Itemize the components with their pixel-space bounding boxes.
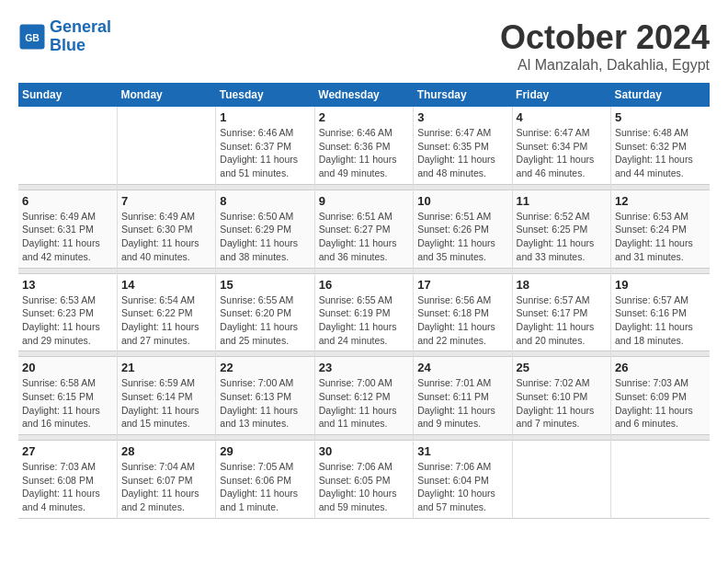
day-info: Sunrise: 7:06 AM Sunset: 6:04 PM Dayligh… <box>417 460 507 514</box>
day-number: 18 <box>517 278 607 292</box>
calendar-day-cell: 20Sunrise: 6:58 AM Sunset: 6:15 PM Dayli… <box>18 357 117 435</box>
svg-text:GB: GB <box>25 31 40 42</box>
calendar-day-cell: 11Sunrise: 6:52 AM Sunset: 6:25 PM Dayli… <box>512 190 610 268</box>
calendar-day-cell <box>117 107 215 184</box>
title-block: October 2024 Al Manzalah, Dakahlia, Egyp… <box>500 18 710 74</box>
calendar-day-cell: 15Sunrise: 6:55 AM Sunset: 6:20 PM Dayli… <box>216 273 314 351</box>
calendar-day-cell: 6Sunrise: 6:49 AM Sunset: 6:31 PM Daylig… <box>18 190 117 268</box>
day-number: 27 <box>22 444 113 458</box>
day-number: 5 <box>615 110 706 124</box>
calendar-day-cell: 1Sunrise: 6:46 AM Sunset: 6:37 PM Daylig… <box>216 107 314 184</box>
day-info: Sunrise: 6:53 AM Sunset: 6:23 PM Dayligh… <box>22 293 113 348</box>
calendar-week-row: 13Sunrise: 6:53 AM Sunset: 6:23 PM Dayli… <box>18 273 710 351</box>
calendar-day-cell: 29Sunrise: 7:05 AM Sunset: 6:06 PM Dayli… <box>216 441 314 519</box>
day-info: Sunrise: 7:04 AM Sunset: 6:07 PM Dayligh… <box>121 460 211 514</box>
calendar-day-cell: 7Sunrise: 6:49 AM Sunset: 6:30 PM Daylig… <box>117 190 215 268</box>
day-number: 17 <box>417 278 507 292</box>
day-info: Sunrise: 6:53 AM Sunset: 6:24 PM Dayligh… <box>615 210 706 264</box>
calendar-day-cell: 19Sunrise: 6:57 AM Sunset: 6:16 PM Dayli… <box>611 273 710 351</box>
day-info: Sunrise: 7:05 AM Sunset: 6:06 PM Dayligh… <box>220 460 310 514</box>
day-info: Sunrise: 6:51 AM Sunset: 6:26 PM Dayligh… <box>417 210 507 264</box>
day-info: Sunrise: 6:56 AM Sunset: 6:18 PM Dayligh… <box>417 293 507 348</box>
day-number: 22 <box>220 361 310 374</box>
calendar-table: SundayMondayTuesdayWednesdayThursdayFrid… <box>18 83 710 519</box>
day-number: 20 <box>22 361 113 374</box>
calendar-day-cell: 13Sunrise: 6:53 AM Sunset: 6:23 PM Dayli… <box>18 273 117 351</box>
day-number: 10 <box>417 194 507 208</box>
calendar-day-cell <box>18 107 117 184</box>
day-info: Sunrise: 6:46 AM Sunset: 6:37 PM Dayligh… <box>220 126 310 180</box>
day-info: Sunrise: 6:48 AM Sunset: 6:32 PM Dayligh… <box>615 126 706 180</box>
day-number: 14 <box>121 278 211 292</box>
day-info: Sunrise: 7:00 AM Sunset: 6:13 PM Dayligh… <box>220 376 310 431</box>
calendar-day-cell: 30Sunrise: 7:06 AM Sunset: 6:05 PM Dayli… <box>314 441 413 519</box>
calendar-day-cell: 22Sunrise: 7:00 AM Sunset: 6:13 PM Dayli… <box>216 357 314 435</box>
day-info: Sunrise: 6:47 AM Sunset: 6:35 PM Dayligh… <box>417 126 507 180</box>
day-number: 11 <box>517 194 607 208</box>
day-number: 23 <box>319 361 409 374</box>
day-number: 30 <box>319 444 409 458</box>
day-of-week-header: Monday <box>117 83 215 107</box>
calendar-week-row: 20Sunrise: 6:58 AM Sunset: 6:15 PM Dayli… <box>18 357 710 435</box>
calendar-day-cell: 17Sunrise: 6:56 AM Sunset: 6:18 PM Dayli… <box>414 273 512 351</box>
day-of-week-header: Thursday <box>414 83 512 107</box>
location: Al Manzalah, Dakahlia, Egypt <box>500 57 710 74</box>
day-info: Sunrise: 7:02 AM Sunset: 6:10 PM Dayligh… <box>517 376 607 431</box>
day-info: Sunrise: 6:59 AM Sunset: 6:14 PM Dayligh… <box>121 376 211 431</box>
calendar-day-cell: 25Sunrise: 7:02 AM Sunset: 6:10 PM Dayli… <box>512 357 610 435</box>
calendar-day-cell <box>611 441 710 519</box>
day-number: 4 <box>517 110 607 124</box>
logo-icon: GB <box>18 23 46 51</box>
day-number: 29 <box>220 444 310 458</box>
calendar-day-cell: 2Sunrise: 6:46 AM Sunset: 6:36 PM Daylig… <box>314 107 413 184</box>
calendar-week-row: 27Sunrise: 7:03 AM Sunset: 6:08 PM Dayli… <box>18 441 710 519</box>
calendar-day-cell: 9Sunrise: 6:51 AM Sunset: 6:27 PM Daylig… <box>314 190 413 268</box>
calendar-day-cell: 8Sunrise: 6:50 AM Sunset: 6:29 PM Daylig… <box>216 190 314 268</box>
day-of-week-header: Sunday <box>18 83 117 107</box>
calendar-day-cell: 21Sunrise: 6:59 AM Sunset: 6:14 PM Dayli… <box>117 357 215 435</box>
calendar-day-cell: 16Sunrise: 6:55 AM Sunset: 6:19 PM Dayli… <box>314 273 413 351</box>
day-of-week-header: Wednesday <box>314 83 413 107</box>
day-number: 1 <box>220 110 310 124</box>
logo-text: General Blue <box>50 18 111 55</box>
day-number: 6 <box>22 194 113 208</box>
calendar-day-cell: 4Sunrise: 6:47 AM Sunset: 6:34 PM Daylig… <box>512 107 610 184</box>
day-info: Sunrise: 6:55 AM Sunset: 6:20 PM Dayligh… <box>220 293 310 348</box>
day-of-week-header: Saturday <box>611 83 710 107</box>
day-number: 7 <box>121 194 211 208</box>
day-number: 2 <box>319 110 409 124</box>
calendar-day-cell: 12Sunrise: 6:53 AM Sunset: 6:24 PM Dayli… <box>611 190 710 268</box>
calendar-week-row: 1Sunrise: 6:46 AM Sunset: 6:37 PM Daylig… <box>18 107 710 184</box>
day-info: Sunrise: 7:01 AM Sunset: 6:11 PM Dayligh… <box>417 376 507 431</box>
day-number: 16 <box>319 278 409 292</box>
day-number: 25 <box>517 361 607 374</box>
month-title: October 2024 <box>500 18 710 57</box>
day-number: 19 <box>615 278 706 292</box>
calendar-day-cell: 28Sunrise: 7:04 AM Sunset: 6:07 PM Dayli… <box>117 441 215 519</box>
day-info: Sunrise: 6:57 AM Sunset: 6:17 PM Dayligh… <box>517 293 607 348</box>
day-info: Sunrise: 6:52 AM Sunset: 6:25 PM Dayligh… <box>517 210 607 264</box>
calendar-day-cell: 31Sunrise: 7:06 AM Sunset: 6:04 PM Dayli… <box>414 441 512 519</box>
day-of-week-header: Friday <box>512 83 610 107</box>
day-info: Sunrise: 7:03 AM Sunset: 6:08 PM Dayligh… <box>22 460 113 514</box>
calendar-day-cell: 23Sunrise: 7:00 AM Sunset: 6:12 PM Dayli… <box>314 357 413 435</box>
calendar-day-cell <box>512 441 610 519</box>
calendar-day-cell: 3Sunrise: 6:47 AM Sunset: 6:35 PM Daylig… <box>414 107 512 184</box>
calendar-day-cell: 24Sunrise: 7:01 AM Sunset: 6:11 PM Dayli… <box>414 357 512 435</box>
day-info: Sunrise: 6:49 AM Sunset: 6:31 PM Dayligh… <box>22 210 113 264</box>
day-info: Sunrise: 7:06 AM Sunset: 6:05 PM Dayligh… <box>319 460 409 514</box>
day-number: 13 <box>22 278 113 292</box>
calendar-day-cell: 27Sunrise: 7:03 AM Sunset: 6:08 PM Dayli… <box>18 441 117 519</box>
day-number: 3 <box>417 110 507 124</box>
calendar-body: 1Sunrise: 6:46 AM Sunset: 6:37 PM Daylig… <box>18 107 710 518</box>
day-info: Sunrise: 6:55 AM Sunset: 6:19 PM Dayligh… <box>319 293 409 348</box>
calendar-day-cell: 14Sunrise: 6:54 AM Sunset: 6:22 PM Dayli… <box>117 273 215 351</box>
day-info: Sunrise: 6:49 AM Sunset: 6:30 PM Dayligh… <box>121 210 211 264</box>
day-info: Sunrise: 6:50 AM Sunset: 6:29 PM Dayligh… <box>220 210 310 264</box>
calendar-day-cell: 10Sunrise: 6:51 AM Sunset: 6:26 PM Dayli… <box>414 190 512 268</box>
day-number: 12 <box>615 194 706 208</box>
logo: GB General Blue <box>18 18 111 55</box>
day-info: Sunrise: 7:03 AM Sunset: 6:09 PM Dayligh… <box>615 376 706 431</box>
day-info: Sunrise: 6:47 AM Sunset: 6:34 PM Dayligh… <box>517 126 607 180</box>
header-row: SundayMondayTuesdayWednesdayThursdayFrid… <box>18 83 710 107</box>
